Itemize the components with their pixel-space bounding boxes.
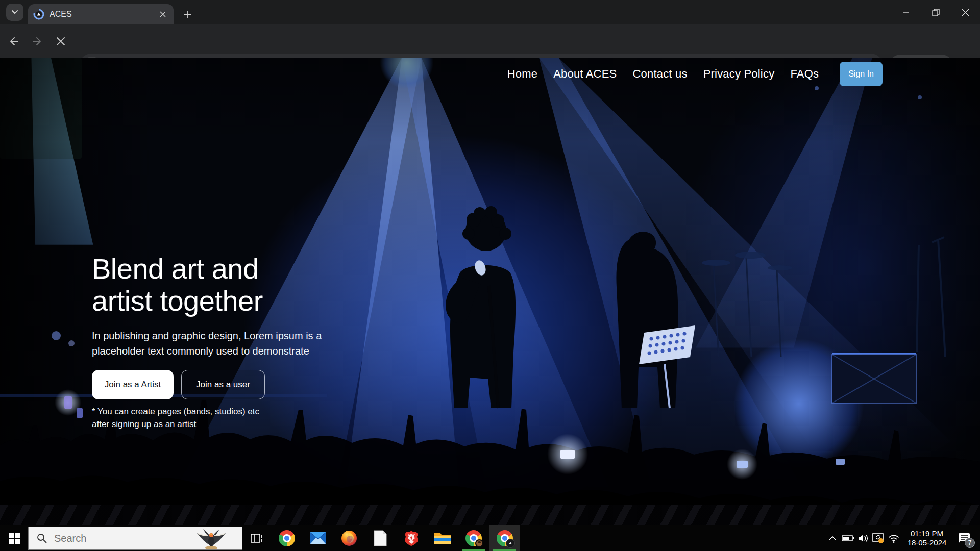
nav-link-about[interactable]: About ACES bbox=[553, 67, 617, 81]
singer-silhouette bbox=[446, 206, 516, 408]
drum-kit-silhouette bbox=[714, 258, 781, 357]
sign-in-button[interactable]: Sign In bbox=[840, 62, 883, 86]
window-close-button[interactable] bbox=[950, 0, 980, 24]
hero-heading-line1: Blend art and bbox=[92, 253, 259, 285]
close-icon bbox=[160, 11, 166, 17]
close-icon bbox=[962, 9, 969, 16]
stop-x-icon bbox=[56, 37, 65, 46]
clock-date: 18-05-2024 bbox=[903, 538, 950, 547]
tab-close-button[interactable] bbox=[157, 9, 168, 20]
screen-sync-icon bbox=[872, 533, 885, 544]
taskbar-search-box[interactable] bbox=[28, 527, 242, 550]
search-icon bbox=[37, 533, 47, 543]
tray-expand-button[interactable] bbox=[825, 525, 840, 551]
mic-stand-silhouette bbox=[917, 237, 945, 357]
show-desktop-button[interactable] bbox=[976, 525, 980, 551]
forward-arrow-icon bbox=[32, 36, 43, 47]
stop-loading-button[interactable] bbox=[51, 32, 70, 51]
sync-status-indicator[interactable] bbox=[871, 525, 886, 551]
browser-tab-strip: ACES bbox=[0, 0, 980, 24]
brave-icon bbox=[404, 530, 419, 546]
barricade-pattern bbox=[0, 505, 980, 525]
profile-avatar bbox=[475, 539, 483, 547]
back-arrow-icon bbox=[8, 36, 19, 47]
speaker-icon bbox=[857, 534, 869, 543]
chrome-icon bbox=[279, 530, 295, 546]
taskbar-app-mail[interactable] bbox=[302, 525, 333, 551]
clock-time: 01:19 PM bbox=[903, 529, 950, 538]
windows-taskbar: 01:19 PM 18-05-2024 7 bbox=[0, 525, 980, 551]
taskbar-app-chrome-profile[interactable] bbox=[458, 525, 489, 551]
tab-title: ACES bbox=[50, 10, 157, 19]
window-restore-button[interactable] bbox=[921, 0, 950, 24]
search-input[interactable] bbox=[54, 533, 182, 544]
network-indicator[interactable] bbox=[886, 525, 901, 551]
taskbar-app-chrome[interactable] bbox=[271, 525, 302, 551]
incognito-profile-badge bbox=[506, 539, 515, 548]
start-button[interactable] bbox=[0, 525, 28, 551]
taskbar-clock[interactable]: 01:19 PM 18-05-2024 bbox=[903, 529, 950, 547]
site-navigation: Home About ACES Contact us Privacy Polic… bbox=[0, 58, 980, 90]
nav-link-privacy[interactable]: Privacy Policy bbox=[703, 67, 775, 81]
wifi-icon bbox=[888, 534, 899, 543]
restore-icon bbox=[932, 9, 940, 16]
webpage-viewport: Home About ACES Contact us Privacy Polic… bbox=[0, 58, 980, 525]
browser-tab[interactable]: ACES bbox=[28, 4, 174, 24]
taskbar-app-brave[interactable] bbox=[396, 525, 427, 551]
condor-bird-image bbox=[195, 527, 228, 549]
hoodie-performer-silhouette bbox=[616, 232, 678, 408]
battery-indicator[interactable] bbox=[840, 525, 855, 551]
taskbar-app-notepad[interactable] bbox=[364, 525, 396, 551]
plus-icon bbox=[183, 10, 191, 18]
nav-link-faqs[interactable]: FAQs bbox=[790, 67, 819, 81]
notepad-icon bbox=[374, 530, 387, 546]
nav-link-contact[interactable]: Contact us bbox=[632, 67, 687, 81]
cta-row: Join as a Artist Join as a user bbox=[92, 370, 378, 399]
system-tray: 01:19 PM 18-05-2024 7 bbox=[825, 525, 980, 551]
window-minimize-button[interactable] bbox=[891, 0, 921, 24]
join-as-user-button[interactable]: Join as a user bbox=[181, 370, 265, 399]
window-controls bbox=[891, 0, 980, 24]
hero-heading-line2: artist together bbox=[92, 285, 263, 317]
hero-section: Blend art and artist together In publish… bbox=[92, 253, 378, 431]
chevron-up-icon bbox=[828, 536, 837, 541]
nav-link-home[interactable]: Home bbox=[507, 67, 538, 81]
back-button[interactable] bbox=[4, 32, 23, 51]
minimize-icon bbox=[902, 9, 910, 16]
flight-case-silhouette bbox=[832, 354, 916, 403]
tab-loading-spinner-icon bbox=[33, 9, 44, 20]
notification-count-badge: 7 bbox=[965, 538, 975, 548]
hero-subtitle: In publishing and graphic design, Lorem … bbox=[92, 328, 378, 359]
taskbar-app-firefox[interactable] bbox=[333, 525, 364, 551]
file-explorer-icon bbox=[434, 531, 451, 545]
taskbar-app-chrome-incognito-active[interactable] bbox=[489, 525, 520, 551]
battery-icon bbox=[842, 535, 854, 542]
browser-toolbar: acesorg.com Incognito bbox=[0, 24, 980, 58]
chevron-down-icon bbox=[11, 9, 18, 16]
volume-indicator[interactable] bbox=[855, 525, 871, 551]
windows-logo-icon bbox=[8, 532, 20, 544]
hero-heading: Blend art and artist together bbox=[92, 253, 378, 317]
new-tab-button[interactable] bbox=[180, 7, 195, 22]
forward-button[interactable] bbox=[28, 32, 47, 51]
notification-center-button[interactable]: 7 bbox=[952, 525, 976, 551]
mail-icon bbox=[309, 532, 327, 545]
task-view-icon bbox=[251, 533, 263, 544]
hero-footnote: * You can create pages (bands, studios) … bbox=[92, 405, 378, 431]
taskbar-app-file-explorer[interactable] bbox=[427, 525, 458, 551]
task-view-button[interactable] bbox=[242, 525, 271, 551]
tab-search-button[interactable] bbox=[6, 4, 23, 21]
firefox-icon bbox=[341, 530, 357, 546]
join-as-artist-button[interactable]: Join as a Artist bbox=[92, 370, 174, 399]
